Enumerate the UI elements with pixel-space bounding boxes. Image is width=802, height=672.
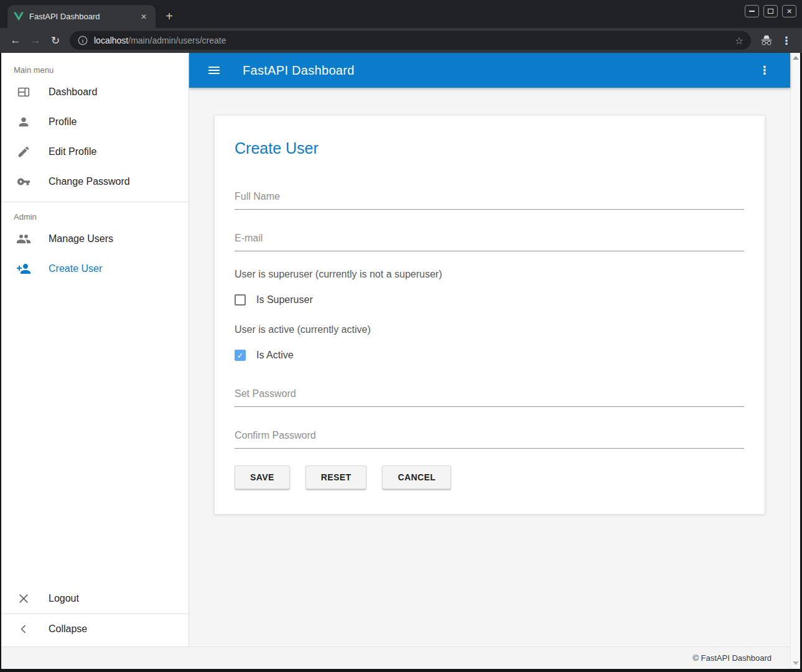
sidebar-item-change-password[interactable]: Change Password: [1, 167, 189, 197]
chevron-left-icon: [16, 622, 31, 637]
is-active-checkbox[interactable]: ✓ Is Active: [235, 350, 744, 361]
dashboard-icon: [16, 85, 31, 100]
sidebar-item-profile[interactable]: Profile: [1, 107, 189, 137]
confirm-password-field[interactable]: [235, 427, 744, 449]
reload-button[interactable]: ↻: [46, 31, 65, 50]
sidebar-item-label: Manage Users: [49, 233, 113, 245]
browser-toolbar: ← → ↻ localhost/main/admin/users/create …: [0, 28, 802, 53]
key-icon: [16, 174, 31, 189]
sidebar-item-label: Profile: [49, 116, 77, 128]
tab-title: FastAPI Dashboard: [29, 12, 133, 21]
page-column: Main menu Dashboard: [1, 53, 790, 669]
scroll-up-icon[interactable]: [793, 56, 799, 60]
sidebar-spacer: [1, 284, 189, 584]
close-x-icon: [16, 591, 31, 606]
main-area: FastAPI Dashboard ⋮ Create User User is …: [189, 53, 790, 646]
create-user-card: Create User User is superuser (currently…: [214, 115, 765, 515]
content-row: Main menu Dashboard: [1, 53, 790, 646]
full-name-field[interactable]: [235, 189, 744, 210]
checkbox-unchecked-icon[interactable]: [235, 294, 246, 306]
site-info-icon[interactable]: [77, 35, 88, 46]
sidebar-item-label: Create User: [49, 263, 102, 274]
sidebar-item-edit-profile[interactable]: Edit Profile: [1, 137, 189, 167]
sidebar-item-label: Edit Profile: [49, 146, 96, 157]
set-password-field[interactable]: [235, 386, 744, 407]
sidebar-item-dashboard[interactable]: Dashboard: [1, 77, 189, 107]
scroll-down-icon[interactable]: [793, 661, 799, 665]
window-body: Main menu Dashboard: [1, 53, 800, 669]
footer: © FastAPI Dashboard: [1, 646, 790, 669]
checkbox-checked-icon[interactable]: ✓: [235, 350, 246, 361]
hamburger-menu-icon[interactable]: [203, 59, 225, 82]
sidebar-item-manage-users[interactable]: Manage Users: [1, 224, 189, 254]
minimize-icon: [749, 11, 755, 12]
sidebar-section-admin: Admin: [1, 202, 189, 224]
form-actions: SAVE RESET CANCEL: [235, 465, 744, 489]
back-button[interactable]: ←: [6, 31, 25, 50]
sidebar-item-create-user[interactable]: Create User: [1, 254, 189, 284]
appbar-menu-icon[interactable]: ⋮: [755, 61, 774, 80]
superuser-hint: User is superuser (currently is not a su…: [235, 269, 744, 280]
sidebar-item-label: Dashboard: [49, 86, 97, 98]
checkbox-label: Is Active: [256, 350, 294, 361]
browser-tab[interactable]: FastAPI Dashboard ✕: [7, 5, 156, 28]
incognito-icon: [757, 31, 776, 50]
url-host: localhost: [94, 35, 128, 45]
window-controls: ✕: [745, 5, 796, 17]
person-icon: [16, 114, 31, 129]
tab-close-icon[interactable]: ✕: [138, 11, 149, 22]
browser-menu-icon[interactable]: ⋮: [777, 31, 796, 50]
address-bar[interactable]: localhost/main/admin/users/create ☆: [70, 31, 751, 50]
sidebar-item-label: Logout: [49, 593, 79, 604]
vertical-scrollbar[interactable]: [790, 53, 800, 669]
sidebar: Main menu Dashboard: [1, 53, 189, 646]
email-field[interactable]: [235, 230, 744, 251]
sidebar-item-collapse[interactable]: Collapse: [1, 614, 189, 644]
cancel-button[interactable]: CANCEL: [382, 465, 451, 489]
page-title: Create User: [235, 139, 744, 157]
pencil-icon: [16, 144, 31, 159]
forward-button: →: [26, 31, 45, 50]
app-bar: FastAPI Dashboard ⋮: [189, 53, 790, 88]
person-add-icon: [16, 261, 31, 276]
footer-text: © FastAPI Dashboard: [692, 653, 772, 663]
sidebar-item-label: Collapse: [49, 623, 87, 635]
new-tab-button[interactable]: +: [161, 7, 178, 25]
maximize-icon: [768, 9, 773, 14]
browser-tab-strip: FastAPI Dashboard ✕ + ✕: [0, 0, 802, 28]
sidebar-item-logout[interactable]: Logout: [1, 584, 189, 614]
save-button[interactable]: SAVE: [235, 465, 290, 489]
reset-button[interactable]: RESET: [305, 465, 367, 489]
checkbox-label: Is Superuser: [256, 294, 313, 306]
app-title: FastAPI Dashboard: [243, 63, 355, 78]
is-superuser-checkbox[interactable]: Is Superuser: [235, 294, 744, 306]
vue-favicon-icon: [14, 12, 24, 21]
url-text: localhost/main/admin/users/create: [94, 35, 730, 45]
active-hint: User is active (currently active): [235, 324, 744, 335]
window-close-button[interactable]: ✕: [782, 5, 796, 17]
window-minimize-button[interactable]: [745, 5, 759, 17]
sidebar-item-label: Change Password: [49, 176, 130, 187]
page-content: Create User User is superuser (currently…: [189, 88, 790, 646]
url-path: /main/admin/users/create: [128, 35, 226, 45]
group-icon: [16, 231, 31, 246]
sidebar-section-main-menu: Main menu: [1, 55, 189, 77]
bookmark-star-icon[interactable]: ☆: [735, 35, 744, 47]
window-maximize-button[interactable]: [763, 5, 778, 17]
